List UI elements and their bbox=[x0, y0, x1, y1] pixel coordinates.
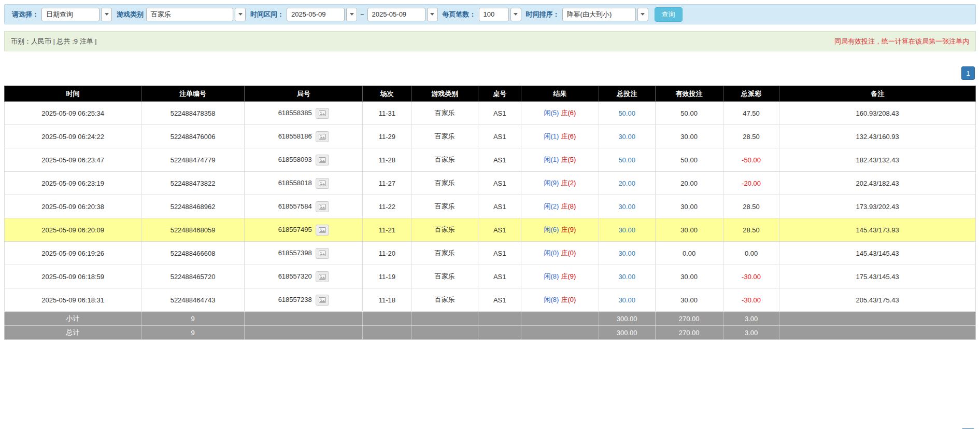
bet-records-table: 时间注单编号局号场次游戏类别桌号结果总投注有效投注总派彩备注 2025-05-0… bbox=[4, 86, 976, 340]
chevron-down-icon[interactable] bbox=[510, 8, 521, 21]
total-bet-link[interactable]: 20.00 bbox=[618, 179, 635, 187]
summary-count: 9 bbox=[141, 312, 245, 326]
cell-total-bet: 30.00 bbox=[599, 218, 655, 242]
sort-order-value[interactable]: 降幂(由大到小) bbox=[562, 8, 636, 21]
round-result-icon[interactable] bbox=[316, 271, 329, 282]
page-size-select[interactable]: 100 bbox=[479, 8, 521, 21]
summary-row: 小计 9 300.00 270.00 3.00 bbox=[5, 312, 976, 326]
filter-bar: 请选择： 日期查询 游戏类别 百家乐 时间区间： 2025-05-09 ~ 20… bbox=[4, 4, 976, 24]
round-id: 618558385 bbox=[278, 108, 312, 116]
cell-payout: 28.50 bbox=[723, 195, 779, 218]
chevron-down-icon[interactable] bbox=[427, 8, 438, 21]
round-result-icon[interactable] bbox=[316, 178, 329, 189]
total-bet-link[interactable]: 50.00 bbox=[618, 109, 635, 117]
pagination-page-1[interactable]: 1 bbox=[961, 66, 975, 80]
sort-order-select[interactable]: 降幂(由大到小) bbox=[562, 8, 648, 21]
round-result-icon[interactable] bbox=[316, 295, 329, 306]
total-bet-link[interactable]: 30.00 bbox=[618, 273, 635, 281]
chevron-down-icon[interactable] bbox=[637, 8, 648, 21]
table-row: 2025-05-09 06:25:34 522488478358 6185583… bbox=[5, 102, 976, 125]
round-result-icon[interactable] bbox=[316, 131, 329, 142]
cell-note: 205.43/175.43 bbox=[779, 288, 976, 312]
page-size-value[interactable]: 100 bbox=[479, 8, 509, 21]
picture-icon bbox=[319, 157, 326, 163]
column-header: 场次 bbox=[363, 86, 411, 102]
cell-game: 百家乐 bbox=[411, 265, 478, 288]
round-result-icon[interactable] bbox=[316, 201, 329, 212]
caret-icon bbox=[350, 13, 354, 16]
game-category-select[interactable]: 百家乐 bbox=[146, 8, 246, 21]
cell-note: 145.43/145.43 bbox=[779, 242, 976, 265]
picture-icon bbox=[319, 251, 326, 256]
date-to-value[interactable]: 2025-05-09 bbox=[367, 8, 425, 21]
summary-total-bet: 300.00 bbox=[599, 326, 655, 340]
result-player: 闲(8) bbox=[544, 296, 559, 303]
chevron-down-icon[interactable] bbox=[235, 8, 246, 21]
round-id: 618558186 bbox=[278, 132, 312, 140]
table-row: 2025-05-09 06:20:09 522488468059 6185574… bbox=[5, 218, 976, 242]
cell-session: 11-22 bbox=[363, 195, 411, 218]
chevron-down-icon[interactable] bbox=[101, 8, 112, 21]
round-result-icon[interactable] bbox=[316, 155, 329, 165]
date-to-select[interactable]: 2025-05-09 bbox=[367, 8, 438, 21]
total-bet-link[interactable]: 30.00 bbox=[618, 203, 635, 211]
summary-empty-cell bbox=[521, 326, 599, 340]
cell-time: 2025-05-09 06:25:34 bbox=[5, 102, 141, 125]
cell-round-id: 618557584 bbox=[244, 195, 363, 218]
table-row: 2025-05-09 06:19:26 522488466608 6185573… bbox=[5, 242, 976, 265]
cell-note: 160.93/208.43 bbox=[779, 102, 976, 125]
picture-icon bbox=[319, 204, 326, 210]
summary-empty-cell bbox=[363, 326, 411, 340]
total-bet-link[interactable]: 30.00 bbox=[618, 296, 635, 304]
round-result-icon[interactable] bbox=[316, 248, 329, 259]
query-type-value[interactable]: 日期查询 bbox=[41, 8, 100, 21]
cell-valid-bet: 30.00 bbox=[655, 195, 723, 218]
column-header: 有效投注 bbox=[655, 86, 723, 102]
cell-bet-id: 522488473822 bbox=[141, 172, 245, 195]
query-type-select[interactable]: 日期查询 bbox=[41, 8, 112, 21]
cell-time: 2025-05-09 06:20:09 bbox=[5, 218, 141, 242]
date-range-separator: ~ bbox=[360, 10, 364, 18]
cell-session: 11-19 bbox=[363, 265, 411, 288]
result-player: 闲(5) bbox=[544, 109, 559, 117]
chevron-down-icon[interactable] bbox=[346, 8, 357, 21]
date-from-select[interactable]: 2025-05-09 bbox=[287, 8, 357, 21]
game-category-value[interactable]: 百家乐 bbox=[146, 8, 233, 21]
cell-payout: 47.50 bbox=[723, 102, 779, 125]
total-bet-link[interactable]: 50.00 bbox=[618, 156, 635, 164]
cell-valid-bet: 30.00 bbox=[655, 265, 723, 288]
picture-icon bbox=[319, 274, 326, 280]
table-header: 时间注单编号局号场次游戏类别桌号结果总投注有效投注总派彩备注 bbox=[5, 86, 976, 102]
result-banker: 庄(0) bbox=[561, 296, 576, 303]
cell-game: 百家乐 bbox=[411, 125, 478, 148]
result-player: 闲(9) bbox=[544, 179, 559, 187]
summary-payout: 3.00 bbox=[723, 312, 779, 326]
cell-time: 2025-05-09 06:18:31 bbox=[5, 288, 141, 312]
cell-valid-bet: 0.00 bbox=[655, 242, 723, 265]
total-bet-link[interactable]: 30.00 bbox=[618, 226, 635, 234]
round-result-icon[interactable] bbox=[316, 225, 329, 236]
table-row: 2025-05-09 06:18:31 522488464743 6185572… bbox=[5, 288, 976, 312]
summary-empty-cell bbox=[411, 326, 478, 340]
round-result-icon[interactable] bbox=[316, 108, 329, 119]
time-range-label: 时间区间： bbox=[250, 10, 284, 19]
cell-time: 2025-05-09 06:20:38 bbox=[5, 195, 141, 218]
cell-total-bet: 50.00 bbox=[599, 102, 655, 125]
cell-round-id: 618558385 bbox=[244, 102, 363, 125]
cell-table-no: AS1 bbox=[478, 102, 521, 125]
summary-empty-cell bbox=[244, 312, 363, 326]
round-id: 618557495 bbox=[278, 225, 312, 233]
total-bet-link[interactable]: 30.00 bbox=[618, 133, 635, 141]
picture-icon bbox=[319, 181, 326, 186]
cell-round-id: 618557398 bbox=[244, 242, 363, 265]
cell-time: 2025-05-09 06:19:26 bbox=[5, 242, 141, 265]
summary-empty-cell bbox=[411, 312, 478, 326]
total-bet-link[interactable]: 30.00 bbox=[618, 250, 635, 257]
cell-total-bet: 30.00 bbox=[599, 195, 655, 218]
date-from-value[interactable]: 2025-05-09 bbox=[287, 8, 345, 21]
cell-table-no: AS1 bbox=[478, 148, 521, 172]
search-button[interactable]: 查询 bbox=[655, 7, 683, 22]
cell-bet-id: 522488465720 bbox=[141, 265, 245, 288]
cell-payout: 0.00 bbox=[723, 242, 779, 265]
cell-session: 11-21 bbox=[363, 218, 411, 242]
